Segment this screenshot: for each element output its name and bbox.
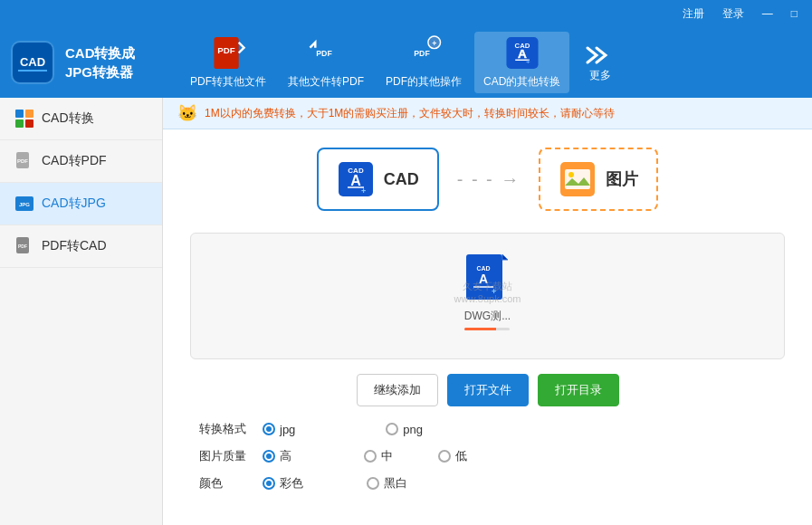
svg-point-35 — [568, 172, 574, 177]
notice-emoji: 🐱 — [177, 103, 197, 123]
radio-color[interactable]: 彩色 — [263, 475, 303, 492]
flow-arrow: - - - → — [457, 169, 521, 190]
flow-diagram: CAD A + CAD - - - → — [190, 148, 785, 211]
nav-other-pdf[interactable]: PDF 其他文件转PDF — [279, 32, 373, 93]
svg-text:PDF: PDF — [18, 243, 27, 249]
svg-text:+: + — [526, 58, 530, 66]
maximize-btn[interactable]: □ — [786, 5, 803, 22]
cad-file-icon: CAD A + — [464, 253, 510, 305]
svg-text:A: A — [350, 173, 361, 188]
svg-text:CAD: CAD — [477, 265, 491, 272]
option-color: 颜色 彩色 黑白 — [199, 475, 776, 492]
action-buttons: 继续添加 打开文件 打开目录 — [190, 374, 785, 406]
cad-jpg-icon: JPG — [14, 194, 34, 214]
color-radio-group: 彩色 黑白 — [263, 475, 407, 492]
svg-text:JPG: JPG — [19, 202, 30, 207]
nav-pdf-other[interactable]: PDF PDF转其他文件 — [181, 32, 275, 93]
notice-text: 1M以内的免费转换，大于1M的需购买注册，文件较大时，转换时间较长，请耐心等待 — [205, 106, 615, 121]
pdf-blue-icon: PDF — [308, 35, 344, 71]
radio-jpg-dot — [263, 423, 275, 435]
quality-radio-group: 高 中 低 — [263, 448, 467, 464]
content-area: 🐱 1M以内的免费转换，大于1M的需购买注册，文件较大时，转换时间较长，请耐心等… — [163, 98, 812, 525]
sidebar-item-cad-convert[interactable]: CAD转换 — [0, 98, 162, 140]
pdf-ops-icon: PDF + — [406, 35, 442, 71]
image-target-icon — [559, 160, 597, 198]
register-btn[interactable]: 注册 — [677, 5, 710, 24]
svg-text:+: + — [432, 39, 436, 48]
radio-bw-dot — [367, 477, 379, 490]
sidebar-item-cad-pdf[interactable]: PDF CAD转PDF — [0, 140, 162, 183]
file-progress-bar-container — [464, 328, 510, 330]
svg-text:PDF: PDF — [316, 49, 332, 58]
conversion-area: CAD A + CAD - - - → — [163, 129, 812, 525]
svg-text:A: A — [479, 272, 488, 286]
option-format: 转换格式 jpg png — [199, 421, 776, 437]
radio-mid-dot — [364, 450, 377, 463]
svg-text:+: + — [361, 186, 366, 196]
drop-zone[interactable]: CAD A + DWG测... 久友下载站 www.8upk.com — [190, 233, 785, 359]
minimize-btn[interactable]: — — [757, 5, 779, 22]
sidebar-item-pdf-cad[interactable]: PDF PDF转CAD — [0, 225, 162, 268]
svg-rect-19 — [25, 110, 33, 118]
radio-bw[interactable]: 黑白 — [367, 475, 407, 492]
radio-high[interactable]: 高 — [263, 448, 291, 464]
svg-rect-20 — [15, 119, 24, 128]
target-box: 图片 — [539, 148, 658, 211]
nav-toolbar: PDF PDF转其他文件 PDF 其他文件转PDF PDF + PDF的其 — [181, 32, 803, 93]
logo-icon: CAD — [9, 39, 56, 86]
cad-pdf-icon: PDF — [14, 151, 34, 171]
main-layout: CAD转换 PDF CAD转PDF JPG CAD转JPG PDF PDF转CA… — [0, 98, 812, 525]
radio-color-dot — [263, 477, 275, 490]
file-progress-bar — [464, 328, 496, 330]
sidebar: CAD转换 PDF CAD转PDF JPG CAD转JPG PDF PDF转CA… — [0, 98, 163, 525]
svg-text:PDF: PDF — [414, 49, 430, 58]
notice-bar: 🐱 1M以内的免费转换，大于1M的需购买注册，文件较大时，转换时间较长，请耐心等… — [163, 98, 812, 129]
format-radio-group: jpg png — [263, 423, 423, 436]
radio-png[interactable]: png — [386, 423, 423, 436]
radio-low[interactable]: 低 — [438, 448, 467, 464]
nav-pdf-ops[interactable]: PDF + PDF的其他操作 — [377, 32, 471, 93]
open-file-button[interactable]: 打开文件 — [447, 374, 529, 406]
open-dir-button[interactable]: 打开目录 — [538, 374, 619, 406]
nav-more[interactable]: 更多 — [573, 32, 627, 93]
pdf-cad-icon: PDF — [14, 236, 34, 256]
logo-area: CAD CAD转换成 JPG转换器 — [9, 39, 172, 86]
svg-rect-21 — [25, 119, 33, 128]
radio-jpg[interactable]: jpg — [263, 423, 295, 436]
login-btn[interactable]: 登录 — [717, 5, 750, 24]
continue-add-button[interactable]: 继续添加 — [357, 374, 438, 406]
header: CAD CAD转换成 JPG转换器 PDF PDF转其他文件 PDF — [0, 27, 812, 98]
svg-text:PDF: PDF — [17, 158, 28, 164]
file-item: CAD A + DWG测... — [464, 253, 511, 330]
nav-cad-convert[interactable]: CAD A A + CAD的其他转换 — [474, 32, 569, 93]
radio-low-dot — [438, 450, 451, 463]
more-arrows-icon — [584, 43, 616, 68]
svg-text:PDF: PDF — [217, 45, 235, 55]
source-box: CAD A + CAD — [317, 148, 439, 211]
cad-blue-icon: CAD A A + — [504, 35, 540, 71]
cad-source-icon: CAD A + — [337, 160, 375, 198]
radio-mid[interactable]: 中 — [364, 448, 393, 464]
option-quality: 图片质量 高 中 低 — [199, 448, 776, 464]
options-section: 转换格式 jpg png 图片质量 — [190, 421, 785, 492]
svg-rect-3 — [18, 70, 47, 72]
pdf-red-icon: PDF — [210, 35, 246, 71]
svg-rect-18 — [15, 110, 24, 118]
file-name: DWG测... — [464, 309, 511, 324]
titlebar: 注册 登录 — □ — [0, 0, 812, 27]
logo-text: CAD转换成 JPG转换器 — [65, 43, 136, 81]
radio-png-dot — [386, 423, 398, 435]
svg-rect-34 — [565, 169, 590, 189]
svg-text:CAD: CAD — [20, 55, 45, 69]
svg-text:+: + — [492, 287, 496, 296]
radio-high-dot — [263, 450, 275, 463]
cad-convert-icon — [14, 109, 34, 129]
sidebar-item-cad-jpg[interactable]: JPG CAD转JPG — [0, 183, 162, 225]
